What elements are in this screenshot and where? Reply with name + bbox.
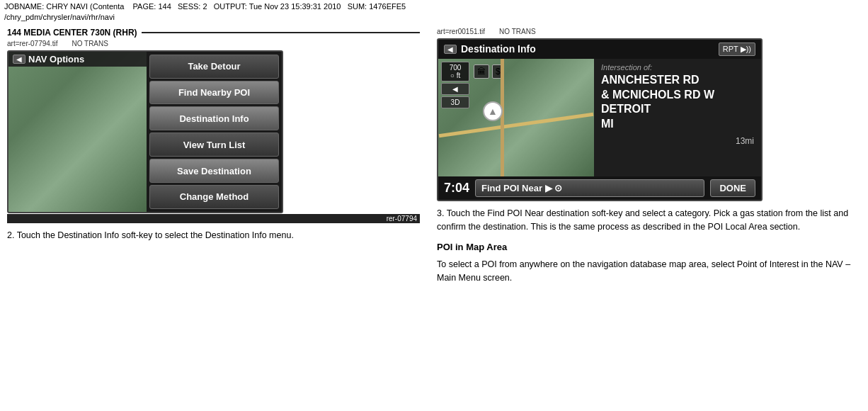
- dist-badge: 700○ ft: [441, 62, 469, 81]
- page-content: 144 MEDIA CENTER 730N (RHR) art=rer-0779…: [0, 25, 868, 288]
- dest-main: 700○ ft ◀ 3D 🏛 $ ▲ Intersection of:: [438, 59, 761, 176]
- destination-info-button[interactable]: Destination Info: [149, 106, 279, 130]
- job-info: JOBNAME: CHRY NAVI (Contenta: [4, 2, 124, 11]
- right-file-label: art=rer00151.tif NO TRANS: [437, 28, 861, 35]
- nav-menu-buttons: Take Detour Find Nearby POI Destination …: [147, 52, 282, 212]
- dest-direction-arrow: ▲: [483, 101, 503, 121]
- take-detour-button[interactable]: Take Detour: [149, 55, 279, 79]
- map-3d-button[interactable]: 3D: [441, 96, 469, 108]
- dest-road-vertical: [501, 59, 504, 176]
- left-column: 144 MEDIA CENTER 730N (RHR) art=rer-0779…: [7, 28, 434, 286]
- dest-back-button[interactable]: ◀: [444, 45, 457, 54]
- dest-map-area: 700○ ft ◀ 3D 🏛 $ ▲: [438, 59, 594, 176]
- step3-caption: 3. Touch the Find POI Near destination s…: [437, 207, 861, 235]
- find-nearby-poi-button[interactable]: Find Nearby POI: [149, 81, 279, 105]
- path-info: /chry_pdm/chrysler/navi/rhr/navi: [4, 13, 115, 21]
- intersection-label: Intersection of:: [601, 63, 754, 72]
- intersection-line3: DETROIT: [601, 102, 754, 117]
- rpt-button[interactable]: RPT ▶)): [719, 43, 755, 56]
- left-file-label: art=rer-07794.tif NO TRANS: [7, 40, 420, 47]
- map-back-button[interactable]: ◀: [441, 83, 469, 95]
- find-poi-near-button[interactable]: Find POI Near ▶ ⊙: [475, 179, 704, 197]
- left-no-trans: NO TRANS: [72, 40, 108, 47]
- nav-title: NAV Options: [28, 54, 84, 64]
- page-info: PAGE: 144: [133, 2, 171, 11]
- nav-back-button[interactable]: ◀: [13, 55, 25, 64]
- intersection-line1: ANNCHESTER RD: [601, 73, 754, 88]
- heading-bar: [142, 32, 420, 33]
- left-caption: 2. Touch the Destination Info soft-key t…: [7, 229, 420, 242]
- sess-info: SESS: 2: [178, 2, 207, 11]
- sum-info: SUM: 1476EFE5: [348, 2, 406, 11]
- left-file-name: art=rer-07794.tif: [7, 40, 57, 47]
- section-heading-text: 144 MEDIA CENTER 730N (RHR): [7, 28, 137, 38]
- poi-body: To select a POI from anywhere on the nav…: [437, 258, 861, 286]
- poi-icon-museum: 🏛: [474, 64, 489, 79]
- dest-screen: ◀ Destination Info RPT ▶)) 700○ ft ◀ 3D: [437, 38, 763, 201]
- nav-top-bar: ◀ NAV Options: [8, 52, 147, 67]
- change-method-button[interactable]: Change Method: [149, 185, 279, 209]
- dest-time: 7:04: [444, 181, 469, 196]
- save-destination-button[interactable]: Save Destination: [149, 159, 279, 183]
- dest-bottom-bar: 7:04 Find POI Near ▶ ⊙ DONE: [438, 176, 761, 200]
- dest-title: Destination Info: [461, 43, 536, 55]
- dest-road-parkhill: [439, 113, 594, 138]
- dest-info-panel: Intersection of: ANNCHESTER RD & MCNICHO…: [594, 59, 761, 176]
- section-heading: 144 MEDIA CENTER 730N (RHR): [7, 28, 420, 38]
- right-file-name: art=rer00151.tif: [437, 28, 485, 35]
- nav-map-area: ◀ NAV Options ▲ METHOD: Faster Route 12:…: [8, 52, 147, 212]
- intersection-line4: MI: [601, 117, 754, 132]
- intersection-dist: 13mi: [601, 136, 754, 146]
- find-poi-label: Find POI Near ▶ ⊙: [481, 183, 562, 193]
- header-bar: JOBNAME: CHRY NAVI (Contenta PAGE: 144 S…: [0, 0, 868, 25]
- done-button[interactable]: DONE: [710, 179, 755, 197]
- nav-screen: ◀ NAV Options ▲ METHOD: Faster Route 12:…: [7, 50, 283, 213]
- dest-map-overlay: 700○ ft ◀ 3D: [441, 62, 469, 108]
- right-column: art=rer00151.tif NO TRANS ◀ Destination …: [434, 28, 861, 286]
- view-turn-list-button[interactable]: View Turn List: [149, 133, 279, 157]
- dest-top-bar: ◀ Destination Info RPT ▶)): [438, 40, 761, 59]
- output-info: OUTPUT: Tue Nov 23 15:39:31 2010: [214, 2, 341, 11]
- right-no-trans: NO TRANS: [499, 28, 536, 35]
- dest-top-left: ◀ Destination Info: [444, 43, 536, 55]
- rer-label: rer-07794: [7, 214, 420, 223]
- poi-heading: POI in Map Area: [437, 242, 861, 252]
- map-poi-icons: 🏛 $: [474, 64, 504, 79]
- intersection-line2: & MCNICHOLS RD W: [601, 88, 754, 103]
